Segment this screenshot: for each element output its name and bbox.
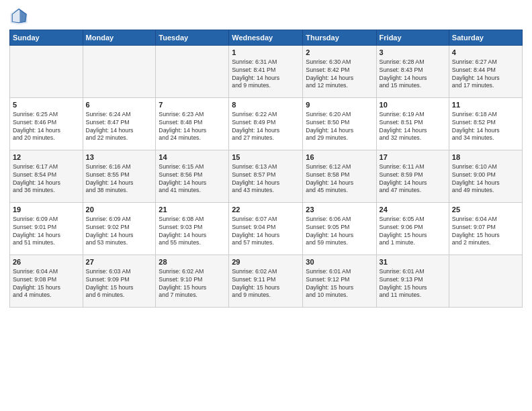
calendar-cell: 13Sunrise: 6:16 AM Sunset: 8:55 PM Dayli… (83, 150, 156, 203)
calendar-cell: 26Sunrise: 6:04 AM Sunset: 9:08 PM Dayli… (10, 255, 83, 308)
day-number: 2 (306, 48, 373, 58)
day-info: Sunrise: 6:11 AM Sunset: 8:59 PM Dayligh… (380, 163, 446, 195)
day-number: 14 (159, 152, 226, 163)
day-number: 30 (306, 257, 373, 267)
weekday-header: Sunday (10, 30, 83, 46)
calendar-cell: 27Sunrise: 6:03 AM Sunset: 9:09 PM Dayli… (83, 255, 156, 308)
day-info: Sunrise: 6:16 AM Sunset: 8:55 PM Dayligh… (86, 163, 153, 195)
calendar-cell: 9Sunrise: 6:20 AM Sunset: 8:50 PM Daylig… (303, 98, 376, 150)
day-number: 7 (159, 100, 226, 110)
calendar-cell: 25Sunrise: 6:04 AM Sunset: 9:07 PM Dayli… (449, 203, 522, 255)
day-info: Sunrise: 6:12 AM Sunset: 8:58 PM Dayligh… (306, 163, 373, 195)
calendar-cell: 10Sunrise: 6:19 AM Sunset: 8:51 PM Dayli… (376, 98, 449, 150)
calendar-cell: 20Sunrise: 6:09 AM Sunset: 9:02 PM Dayli… (83, 203, 156, 255)
day-info: Sunrise: 6:27 AM Sunset: 8:44 PM Dayligh… (452, 58, 519, 91)
calendar-cell: 11Sunrise: 6:18 AM Sunset: 8:52 PM Dayli… (449, 98, 522, 150)
calendar-cell (156, 46, 229, 98)
calendar-cell: 14Sunrise: 6:15 AM Sunset: 8:56 PM Dayli… (156, 150, 229, 203)
calendar-cell: 16Sunrise: 6:12 AM Sunset: 8:58 PM Dayli… (303, 150, 376, 203)
day-info: Sunrise: 6:10 AM Sunset: 9:00 PM Dayligh… (452, 163, 519, 195)
day-number: 16 (306, 152, 373, 163)
day-number: 11 (452, 100, 519, 110)
day-info: Sunrise: 6:22 AM Sunset: 8:49 PM Dayligh… (232, 111, 300, 143)
calendar-page: SundayMondayTuesdayWednesdayThursdayFrid… (0, 0, 532, 411)
day-number: 4 (452, 48, 519, 58)
weekday-header-row: SundayMondayTuesdayWednesdayThursdayFrid… (10, 30, 523, 46)
calendar-cell: 5Sunrise: 6:25 AM Sunset: 8:46 PM Daylig… (10, 98, 83, 150)
calendar-cell: 7Sunrise: 6:23 AM Sunset: 8:48 PM Daylig… (156, 98, 229, 150)
day-number: 5 (13, 100, 80, 110)
day-info: Sunrise: 6:01 AM Sunset: 9:12 PM Dayligh… (306, 268, 373, 300)
day-info: Sunrise: 6:20 AM Sunset: 8:50 PM Dayligh… (306, 111, 373, 143)
day-number: 12 (13, 152, 80, 163)
day-info: Sunrise: 6:17 AM Sunset: 8:54 PM Dayligh… (13, 163, 80, 195)
logo (9, 7, 31, 26)
calendar-cell (83, 46, 156, 98)
calendar-cell: 30Sunrise: 6:01 AM Sunset: 9:12 PM Dayli… (303, 255, 376, 308)
calendar-cell: 4Sunrise: 6:27 AM Sunset: 8:44 PM Daylig… (449, 46, 522, 98)
day-number: 15 (232, 152, 300, 163)
calendar-cell: 23Sunrise: 6:06 AM Sunset: 9:05 PM Dayli… (303, 203, 376, 255)
calendar-cell: 19Sunrise: 6:09 AM Sunset: 9:01 PM Dayli… (10, 203, 83, 255)
calendar-cell: 1Sunrise: 6:31 AM Sunset: 8:41 PM Daylig… (229, 46, 303, 98)
day-number: 18 (452, 152, 519, 163)
day-info: Sunrise: 6:19 AM Sunset: 8:51 PM Dayligh… (380, 111, 446, 143)
calendar-week-row: 1Sunrise: 6:31 AM Sunset: 8:41 PM Daylig… (10, 46, 523, 98)
day-info: Sunrise: 6:07 AM Sunset: 9:04 PM Dayligh… (232, 216, 300, 248)
calendar-cell: 24Sunrise: 6:05 AM Sunset: 9:06 PM Dayli… (376, 203, 449, 255)
day-info: Sunrise: 6:02 AM Sunset: 9:11 PM Dayligh… (232, 268, 300, 300)
weekday-header: Friday (376, 30, 449, 46)
header (9, 7, 523, 26)
calendar-cell: 2Sunrise: 6:30 AM Sunset: 8:42 PM Daylig… (303, 46, 376, 98)
day-number: 8 (232, 100, 300, 110)
calendar-cell: 8Sunrise: 6:22 AM Sunset: 8:49 PM Daylig… (229, 98, 303, 150)
day-number: 19 (13, 205, 80, 215)
day-number: 23 (306, 205, 373, 215)
day-number: 6 (86, 100, 153, 110)
day-info: Sunrise: 6:06 AM Sunset: 9:05 PM Dayligh… (306, 216, 373, 248)
calendar-week-row: 5Sunrise: 6:25 AM Sunset: 8:46 PM Daylig… (10, 98, 523, 150)
calendar-cell: 6Sunrise: 6:24 AM Sunset: 8:47 PM Daylig… (83, 98, 156, 150)
day-number: 17 (380, 152, 446, 163)
day-info: Sunrise: 6:24 AM Sunset: 8:47 PM Dayligh… (86, 111, 153, 143)
day-info: Sunrise: 6:04 AM Sunset: 9:08 PM Dayligh… (13, 268, 80, 300)
day-info: Sunrise: 6:03 AM Sunset: 9:09 PM Dayligh… (86, 268, 153, 300)
weekday-header: Tuesday (156, 30, 229, 46)
day-info: Sunrise: 6:31 AM Sunset: 8:41 PM Dayligh… (232, 58, 300, 91)
calendar-cell: 31Sunrise: 6:01 AM Sunset: 9:13 PM Dayli… (376, 255, 449, 308)
calendar-cell: 12Sunrise: 6:17 AM Sunset: 8:54 PM Dayli… (10, 150, 83, 203)
calendar-cell: 15Sunrise: 6:13 AM Sunset: 8:57 PM Dayli… (229, 150, 303, 203)
day-number: 9 (306, 100, 373, 110)
calendar-week-row: 26Sunrise: 6:04 AM Sunset: 9:08 PM Dayli… (10, 255, 523, 308)
day-info: Sunrise: 6:28 AM Sunset: 8:43 PM Dayligh… (380, 58, 446, 91)
day-number: 27 (86, 257, 153, 267)
calendar-cell: 3Sunrise: 6:28 AM Sunset: 8:43 PM Daylig… (376, 46, 449, 98)
day-number: 25 (452, 205, 519, 215)
day-info: Sunrise: 6:04 AM Sunset: 9:07 PM Dayligh… (452, 216, 519, 248)
calendar-table: SundayMondayTuesdayWednesdayThursdayFrid… (9, 30, 523, 308)
weekday-header: Thursday (303, 30, 376, 46)
day-info: Sunrise: 6:01 AM Sunset: 9:13 PM Dayligh… (380, 268, 446, 300)
calendar-cell (10, 46, 83, 98)
day-number: 28 (159, 257, 226, 267)
calendar-week-row: 12Sunrise: 6:17 AM Sunset: 8:54 PM Dayli… (10, 150, 523, 203)
calendar-cell: 29Sunrise: 6:02 AM Sunset: 9:11 PM Dayli… (229, 255, 303, 308)
day-info: Sunrise: 6:02 AM Sunset: 9:10 PM Dayligh… (159, 268, 226, 300)
calendar-week-row: 19Sunrise: 6:09 AM Sunset: 9:01 PM Dayli… (10, 203, 523, 255)
calendar-cell: 28Sunrise: 6:02 AM Sunset: 9:10 PM Dayli… (156, 255, 229, 308)
day-number: 29 (232, 257, 300, 267)
calendar-cell (449, 255, 522, 308)
calendar-cell: 17Sunrise: 6:11 AM Sunset: 8:59 PM Dayli… (376, 150, 449, 203)
day-info: Sunrise: 6:09 AM Sunset: 9:02 PM Dayligh… (86, 216, 153, 248)
day-number: 20 (86, 205, 153, 215)
calendar-cell: 22Sunrise: 6:07 AM Sunset: 9:04 PM Dayli… (229, 203, 303, 255)
day-info: Sunrise: 6:23 AM Sunset: 8:48 PM Dayligh… (159, 111, 226, 143)
day-number: 24 (380, 205, 446, 215)
day-number: 22 (232, 205, 300, 215)
day-info: Sunrise: 6:30 AM Sunset: 8:42 PM Dayligh… (306, 58, 373, 91)
day-info: Sunrise: 6:05 AM Sunset: 9:06 PM Dayligh… (380, 216, 446, 248)
day-info: Sunrise: 6:08 AM Sunset: 9:03 PM Dayligh… (159, 216, 226, 248)
day-number: 13 (86, 152, 153, 163)
day-number: 1 (232, 48, 300, 58)
day-number: 26 (13, 257, 80, 267)
